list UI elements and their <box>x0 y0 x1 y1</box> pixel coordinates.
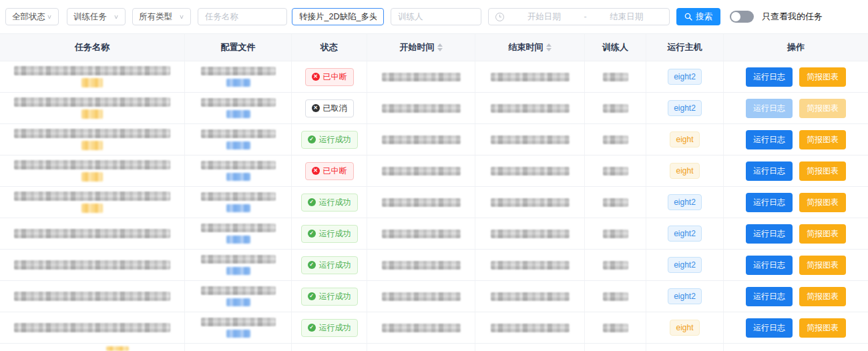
config-link-redacted[interactable] <box>226 173 250 181</box>
trainer-redacted <box>603 292 628 301</box>
status-icon: ✓ <box>308 198 316 206</box>
task-name-cell <box>0 124 185 155</box>
column-header-end-time[interactable]: 结束时间 <box>475 34 585 61</box>
task-name-cell <box>0 155 185 186</box>
table-row: ✓ 运行成功 eight2 运行日志 简报图表 <box>0 250 868 281</box>
start-time-cell <box>367 124 475 155</box>
task-name-redacted <box>14 229 170 238</box>
table-row-partial <box>0 344 868 351</box>
status-icon: ✕ <box>312 104 320 112</box>
sort-carets-icon[interactable] <box>437 43 443 51</box>
status-cell: ✓ 运行成功 <box>292 312 367 343</box>
config-file-cell <box>185 61 292 92</box>
config-link-redacted[interactable] <box>226 204 250 212</box>
trainer-redacted <box>603 261 628 270</box>
end-time-redacted <box>491 167 570 176</box>
start-time-redacted <box>382 230 461 238</box>
config-file-redacted <box>201 318 276 326</box>
task-name-cell <box>0 312 185 343</box>
status-icon: ✓ <box>308 292 316 300</box>
run-log-button[interactable]: 运行日志 <box>746 99 793 118</box>
actions-cell: 运行日志 简报图表 <box>724 155 868 186</box>
trainer-redacted <box>603 230 628 238</box>
end-time-cell <box>475 187 585 218</box>
status-cell: ✕ 已取消 <box>292 93 367 123</box>
task-type-select-value: 训练任务 <box>73 11 107 23</box>
trainer-cell <box>585 124 646 155</box>
config-file-redacted <box>201 98 276 107</box>
column-header-status: 状态 <box>292 34 367 61</box>
status-cell: ✓ 运行成功 <box>292 281 367 312</box>
report-chart-button[interactable]: 简报图表 <box>799 67 846 87</box>
report-chart-button[interactable]: 简报图表 <box>799 224 846 244</box>
trainer-redacted <box>603 324 628 332</box>
report-chart-button[interactable]: 简报图表 <box>799 193 846 212</box>
run-log-button[interactable]: 运行日志 <box>746 224 793 244</box>
task-type-select[interactable]: 训练任务 ∨ <box>67 8 126 25</box>
table-row: ✓ 运行成功 eight2 运行日志 简报图表 <box>0 187 868 218</box>
config-link-redacted[interactable] <box>226 298 250 306</box>
end-time-redacted <box>491 230 570 238</box>
start-time-redacted <box>382 292 461 301</box>
start-time-redacted <box>382 73 461 81</box>
start-time-cell <box>367 312 475 343</box>
my-tasks-toggle[interactable] <box>730 11 754 23</box>
model-search-input[interactable] <box>292 8 384 25</box>
status-badge: ✓ 运行成功 <box>301 131 358 149</box>
trainer-input[interactable] <box>391 8 481 25</box>
date-range-picker[interactable]: 开始日期 - 结束日期 <box>488 8 670 25</box>
status-cell: ✕ 已中断 <box>292 155 367 186</box>
search-icon <box>684 13 692 21</box>
trainer-cell <box>585 218 646 249</box>
run-log-button[interactable]: 运行日志 <box>746 193 793 212</box>
task-name-input[interactable] <box>198 8 287 25</box>
table-row: ✕ 已取消 eight2 运行日志 简报图表 <box>0 93 868 124</box>
status-cell: ✓ 运行成功 <box>292 250 367 280</box>
run-log-button[interactable]: 运行日志 <box>746 287 793 306</box>
run-log-button[interactable]: 运行日志 <box>746 130 793 149</box>
status-icon: ✓ <box>308 135 316 143</box>
task-name-redacted <box>14 129 170 138</box>
run-log-button[interactable]: 运行日志 <box>746 67 793 87</box>
sort-carets-icon[interactable] <box>546 43 552 51</box>
report-chart-button[interactable]: 简报图表 <box>799 130 846 149</box>
column-header-start-time[interactable]: 开始时间 <box>367 34 475 61</box>
host-cell: eight2 <box>646 250 724 280</box>
task-name-redacted <box>14 160 170 169</box>
run-log-button[interactable]: 运行日志 <box>746 161 793 181</box>
report-chart-button[interactable]: 简报图表 <box>799 318 846 338</box>
task-tag-redacted <box>81 78 103 87</box>
config-link-redacted[interactable] <box>226 110 250 118</box>
host-badge: eight <box>670 163 699 179</box>
config-link-redacted[interactable] <box>226 330 250 338</box>
run-log-button[interactable]: 运行日志 <box>746 256 793 275</box>
end-time-redacted <box>491 292 570 301</box>
status-badge: ✓ 运行成功 <box>301 288 358 306</box>
host-cell: eight2 <box>646 93 724 123</box>
config-link-redacted[interactable] <box>226 141 250 149</box>
report-chart-button[interactable]: 简报图表 <box>799 161 846 181</box>
config-link-redacted[interactable] <box>226 267 250 275</box>
status-select[interactable]: 全部状态 ∨ <box>5 8 59 25</box>
status-label: 运行成功 <box>319 260 351 271</box>
start-time-redacted <box>382 135 461 144</box>
actions-cell: 运行日志 简报图表 <box>724 312 868 343</box>
config-link-redacted[interactable] <box>226 79 250 87</box>
category-select[interactable]: 所有类型 ∨ <box>132 8 191 25</box>
status-label: 运行成功 <box>319 134 351 145</box>
search-button[interactable]: 搜索 <box>676 8 720 25</box>
end-time-redacted <box>491 135 570 144</box>
host-cell: eight2 <box>646 281 724 312</box>
end-time-cell <box>475 155 585 186</box>
status-badge: ✓ 运行成功 <box>301 319 358 337</box>
config-file-cell <box>185 250 292 280</box>
host-badge: eight2 <box>668 257 702 273</box>
chevron-down-icon: ∨ <box>47 13 52 20</box>
status-cell: ✕ 已中断 <box>292 61 367 92</box>
report-chart-button[interactable]: 简报图表 <box>799 256 846 275</box>
host-cell: eight <box>646 124 724 155</box>
report-chart-button[interactable]: 简报图表 <box>799 287 846 306</box>
run-log-button[interactable]: 运行日志 <box>746 318 793 338</box>
report-chart-button[interactable]: 简报图表 <box>799 99 846 118</box>
config-link-redacted[interactable] <box>226 236 250 244</box>
